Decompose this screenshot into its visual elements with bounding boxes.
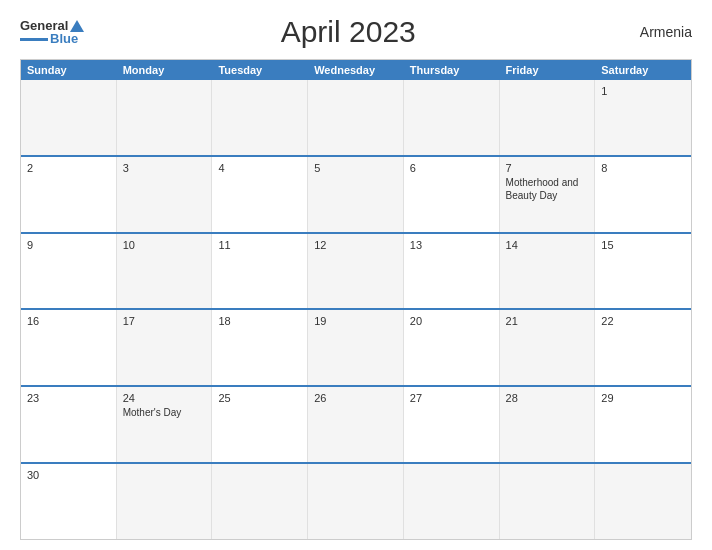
cal-cell: 5 (308, 157, 404, 232)
cal-cell: 15 (595, 234, 691, 309)
day-number: 15 (601, 239, 685, 251)
calendar: Sunday Monday Tuesday Wednesday Thursday… (20, 59, 692, 540)
calendar-row: 9 10 11 12 13 14 15 (21, 232, 691, 309)
day-number: 21 (506, 315, 589, 327)
cal-cell: 7 Motherhood and Beauty Day (500, 157, 596, 232)
day-number: 9 (27, 239, 110, 251)
day-number: 23 (27, 392, 110, 404)
calendar-body: 1 2 3 4 5 6 (21, 80, 691, 539)
cal-cell: 29 (595, 387, 691, 462)
page: General Blue April 2023 Armenia Sunday M… (0, 0, 712, 550)
calendar-row: 1 (21, 80, 691, 155)
header: General Blue April 2023 Armenia (20, 15, 692, 49)
cal-cell (308, 80, 404, 155)
calendar-row: 16 17 18 19 20 21 22 (21, 308, 691, 385)
calendar-row: 30 (21, 462, 691, 539)
cal-cell: 27 (404, 387, 500, 462)
day-number: 26 (314, 392, 397, 404)
day-number: 16 (27, 315, 110, 327)
cal-cell: 12 (308, 234, 404, 309)
weekday-tuesday: Tuesday (212, 60, 308, 80)
cal-cell: 13 (404, 234, 500, 309)
cal-cell: 16 (21, 310, 117, 385)
calendar-header: Sunday Monday Tuesday Wednesday Thursday… (21, 60, 691, 80)
logo-triangle-icon (70, 20, 84, 32)
day-number: 29 (601, 392, 685, 404)
cal-cell: 20 (404, 310, 500, 385)
weekday-sunday: Sunday (21, 60, 117, 80)
day-number: 24 (123, 392, 206, 404)
cal-cell (500, 80, 596, 155)
cal-cell: 10 (117, 234, 213, 309)
weekday-thursday: Thursday (404, 60, 500, 80)
day-number: 27 (410, 392, 493, 404)
event-label: Motherhood and Beauty Day (506, 177, 579, 201)
day-number: 1 (601, 85, 685, 97)
logo-blue-text: Blue (50, 32, 78, 45)
calendar-title: April 2023 (84, 15, 612, 49)
day-number: 5 (314, 162, 397, 174)
logo-line (20, 38, 48, 41)
day-number: 10 (123, 239, 206, 251)
cal-cell (21, 80, 117, 155)
weekday-monday: Monday (117, 60, 213, 80)
cal-cell (308, 464, 404, 539)
cal-cell (404, 464, 500, 539)
day-number: 13 (410, 239, 493, 251)
cal-cell: 25 (212, 387, 308, 462)
cal-cell: 26 (308, 387, 404, 462)
cal-cell: 28 (500, 387, 596, 462)
cal-cell (117, 80, 213, 155)
weekday-saturday: Saturday (595, 60, 691, 80)
cal-cell: 17 (117, 310, 213, 385)
cal-cell (212, 80, 308, 155)
weekday-wednesday: Wednesday (308, 60, 404, 80)
cal-cell: 6 (404, 157, 500, 232)
cal-cell: 18 (212, 310, 308, 385)
cal-cell (595, 464, 691, 539)
calendar-row: 2 3 4 5 6 7 Motherhood and Beauty Day (21, 155, 691, 232)
day-number: 3 (123, 162, 206, 174)
calendar-row: 23 24 Mother's Day 25 26 27 28 (21, 385, 691, 462)
day-number: 6 (410, 162, 493, 174)
day-number: 20 (410, 315, 493, 327)
day-number: 7 (506, 162, 589, 174)
day-number: 4 (218, 162, 301, 174)
cal-cell: 21 (500, 310, 596, 385)
day-number: 2 (27, 162, 110, 174)
cal-cell: 24 Mother's Day (117, 387, 213, 462)
cal-cell: 23 (21, 387, 117, 462)
day-number: 25 (218, 392, 301, 404)
logo: General Blue (20, 19, 84, 45)
day-number: 28 (506, 392, 589, 404)
cal-cell: 3 (117, 157, 213, 232)
day-number: 11 (218, 239, 301, 251)
day-number: 14 (506, 239, 589, 251)
weekday-friday: Friday (500, 60, 596, 80)
cal-cell: 11 (212, 234, 308, 309)
cal-cell: 9 (21, 234, 117, 309)
cal-cell: 30 (21, 464, 117, 539)
day-number: 30 (27, 469, 110, 481)
cal-cell (212, 464, 308, 539)
cal-cell: 19 (308, 310, 404, 385)
day-number: 17 (123, 315, 206, 327)
cal-cell: 8 (595, 157, 691, 232)
country-label: Armenia (612, 24, 692, 40)
event-label: Mother's Day (123, 407, 182, 418)
cal-cell (500, 464, 596, 539)
day-number: 18 (218, 315, 301, 327)
cal-cell (404, 80, 500, 155)
cal-cell: 1 (595, 80, 691, 155)
day-number: 8 (601, 162, 685, 174)
day-number: 22 (601, 315, 685, 327)
cal-cell: 4 (212, 157, 308, 232)
day-number: 19 (314, 315, 397, 327)
cal-cell: 22 (595, 310, 691, 385)
day-number: 12 (314, 239, 397, 251)
cal-cell: 14 (500, 234, 596, 309)
cal-cell: 2 (21, 157, 117, 232)
cal-cell (117, 464, 213, 539)
